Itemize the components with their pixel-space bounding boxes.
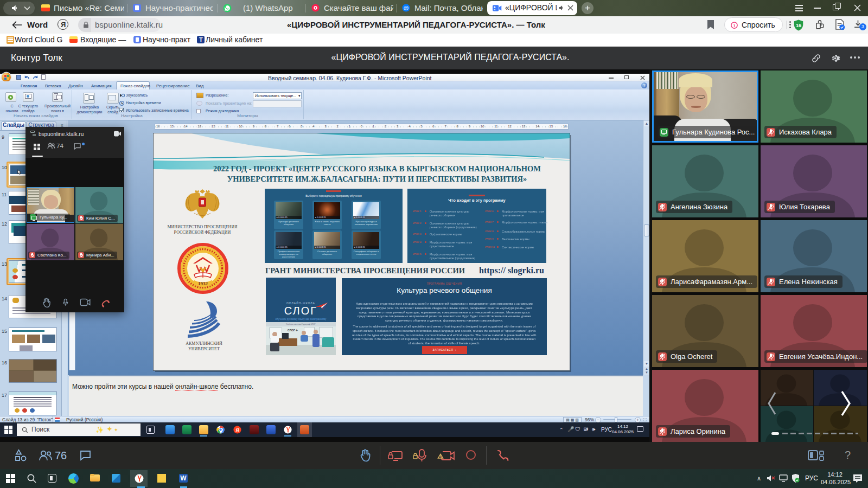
svg-text:16: 16	[796, 23, 801, 28]
svg-text:1932: 1932	[198, 281, 208, 286]
svg-text:@: @	[403, 5, 409, 11]
svg-text:Я: Я	[235, 427, 239, 433]
